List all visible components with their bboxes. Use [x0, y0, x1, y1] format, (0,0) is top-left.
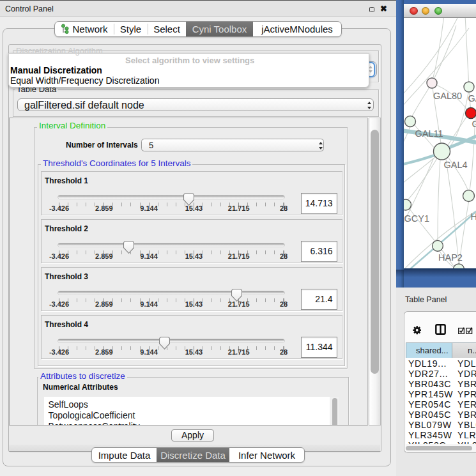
svg-text:GAL11: GAL11 [415, 128, 443, 139]
svg-text:GC: GC [472, 119, 476, 129]
svg-text:HAP2: HAP2 [438, 252, 463, 263]
svg-text:GAL4: GAL4 [443, 159, 467, 169]
svg-text:GAL80: GAL80 [433, 90, 462, 100]
svg-text:GAL7: GAL7 [468, 93, 476, 104]
svg-text:HA: HA [470, 211, 476, 222]
svg-text:GCY1: GCY1 [404, 213, 429, 223]
